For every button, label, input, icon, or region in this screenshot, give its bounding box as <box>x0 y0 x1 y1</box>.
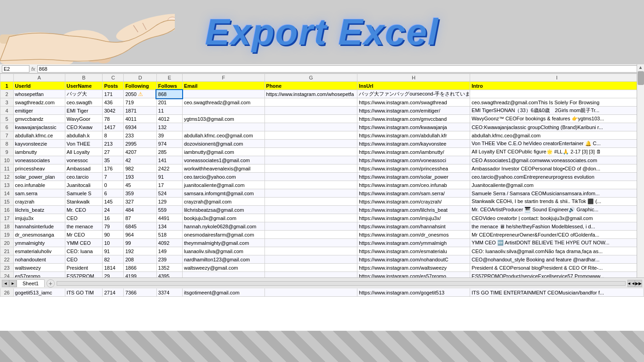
cell-insurl[interactable]: https://www.instagram.com/sam.serra/ <box>357 189 470 198</box>
cell-intro[interactable]: Juanitocaliente@gmail.com <box>470 181 644 189</box>
header-intro[interactable]: Intro <box>470 82 644 90</box>
cell-username[interactable]: abdullah.k <box>65 131 103 140</box>
cell-follows[interactable]: 132 <box>156 123 182 131</box>
cell-userid[interactable]: swagthreadz.com <box>13 98 65 107</box>
cell-email[interactable]: samsara.infomgmt@gmail.com <box>182 189 264 198</box>
cell-insurl[interactable]: https://www.instagram.com/dr_onesmos <box>357 231 470 239</box>
cell-follows[interactable]: 285 <box>156 148 182 156</box>
cell-following[interactable]: 87 <box>124 214 156 222</box>
header-posts[interactable]: Posts <box>103 82 124 90</box>
cell-email[interactable]: hannah.nykole0628@gmail.com <box>182 222 264 231</box>
cell-posts[interactable]: 35 <box>103 156 124 164</box>
sheet-tab-1[interactable]: Sheet1 <box>17 279 45 287</box>
cell-posts[interactable]: 6 <box>103 189 124 198</box>
cell-phone[interactable] <box>264 173 357 181</box>
cell-email[interactable] <box>182 123 264 131</box>
cell-phone[interactable] <box>264 123 357 131</box>
cell-username[interactable]: ceo.tarcio <box>65 173 103 181</box>
cell-userid[interactable]: voneassociates <box>13 156 65 164</box>
cell-phone[interactable] <box>264 239 357 247</box>
cell-phone[interactable] <box>264 222 357 231</box>
cell-intro[interactable]: CEO@nohandout_style Booking and feature … <box>470 255 644 264</box>
cell-phone[interactable] <box>264 98 357 107</box>
cell-userid[interactable]: ymmalmighty <box>13 239 65 247</box>
cell-posts[interactable]: 78 <box>103 115 124 123</box>
header-email[interactable]: Email <box>182 82 264 90</box>
add-sheet-button[interactable]: + <box>46 279 55 288</box>
cell-email[interactable]: ygtms103@gmail.com <box>182 115 264 123</box>
hscroll-start-button[interactable]: ▶▶ <box>635 280 642 287</box>
cell-userid[interactable]: kayvonsteezie <box>13 140 65 148</box>
cell-username[interactable]: Stankwalk <box>65 198 103 206</box>
cell-posts[interactable]: 1417 <box>103 123 124 131</box>
cell-intro[interactable]: CEO​​​ Associates1@gmail.com​www.voneass… <box>470 156 644 164</box>
formula-input[interactable] <box>37 65 642 73</box>
cell-userid[interactable]: hannahsinterlude <box>13 222 65 231</box>
cell-email[interactable]: onesmodairesfarm@gmail.com <box>182 231 264 239</box>
cell-following[interactable]: 6845 <box>124 222 156 231</box>
cell-follows[interactable]: 141 <box>156 156 182 164</box>
cell-userid[interactable]: waltsweezy <box>13 264 65 272</box>
cell-userid[interactable]: gmvccbandz <box>13 115 65 123</box>
cell-phone[interactable] <box>264 181 357 189</box>
hscroll-left-button[interactable]: ◄ <box>2 280 9 287</box>
cell-posts[interactable]: 24 <box>103 206 124 214</box>
cell-follows[interactable]: 149 <box>156 247 182 255</box>
hscroll-right-button[interactable]: ► <box>9 280 17 287</box>
col-header-b[interactable]: B <box>65 74 103 82</box>
cell-follows[interactable]: 974 <box>156 140 182 148</box>
cell-phone[interactable] <box>264 214 357 222</box>
cell-following[interactable]: 42 <box>124 156 156 164</box>
name-box[interactable] <box>2 65 29 73</box>
cell-following[interactable]: 982 <box>124 164 156 173</box>
cell-posts[interactable]: 176 <box>103 164 124 173</box>
cell-userid[interactable]: lilchris_beatz <box>13 206 65 214</box>
cell-following[interactable]: 359 <box>124 189 156 198</box>
cell-posts[interactable]: 7 <box>103 173 124 181</box>
cell-phone[interactable] <box>264 247 357 255</box>
cell-email[interactable]: iambnutty@gmail.com <box>182 148 264 156</box>
cell-insurl[interactable]: https://www.instagram.com/kayvonstee <box>357 140 470 148</box>
cell-intro[interactable]: Stankwalk CEOHi, I be startin trends & s… <box>470 198 644 206</box>
cell-follows[interactable]: 1352 <box>156 264 182 272</box>
cell-email[interactable]: bookjuju3x@gmail.com <box>182 214 264 222</box>
cell-insurl[interactable]: https://www.instagram.com/solar_power <box>357 173 470 181</box>
cell-follows[interactable]: 134 <box>156 222 182 231</box>
cell-insurl[interactable]: https://www.instagram.com/lilchris_beat <box>357 206 470 214</box>
cell-email[interactable] <box>182 107 264 115</box>
cell-insurl[interactable]: https://www.instagram.com/abdullah.kfr <box>357 131 470 140</box>
cell-following[interactable]: 484 <box>124 206 156 214</box>
cell-phone[interactable] <box>264 131 357 140</box>
cell-posts[interactable]: 0 <box>103 181 124 189</box>
cell-intro[interactable]: YMM CEO 🆕 ArtistDONT BELIEVE THE HYPE OU… <box>470 239 644 247</box>
cell-follows[interactable]: 559 <box>156 206 182 214</box>
cell-follows[interactable]: 4092 <box>156 239 182 247</box>
cell-posts[interactable]: 1814 <box>103 264 124 272</box>
cell-phone[interactable]: https://www.instagram.com/whosepetfa <box>264 90 357 98</box>
cell-email[interactable]: luanaoliv.silva@gmail.com <box>182 247 264 255</box>
cell-following[interactable]: 192 <box>124 247 156 255</box>
cell-insurl[interactable]: https://www.instagram.com/iambnutty/ <box>357 148 470 156</box>
cell-follows[interactable]: 239 <box>156 255 182 264</box>
cell-insurl[interactable]: https://www.instagram.com/waltsweezy <box>357 264 470 272</box>
vertical-scrollbar[interactable]: ▲ <box>637 64 644 288</box>
cell-email[interactable]: waltsweezy@gmail.com <box>182 264 264 272</box>
cell-intro[interactable]: WavyGoonz™ CEOFor bookings & features 👉y… <box>470 115 644 123</box>
cell-email[interactable]: abdullah.kfmc.ceo@gmail.com <box>182 131 264 140</box>
cell-posts[interactable]: 2714 <box>103 288 124 297</box>
cell-following[interactable]: 1866 <box>124 264 156 272</box>
cell-posts[interactable]: 145 <box>103 198 124 206</box>
cell-userid[interactable]: gogetit513_iamc <box>13 288 65 297</box>
cell-username[interactable]: バッグ大 <box>65 90 103 98</box>
cell-phone[interactable] <box>264 288 357 297</box>
cell-insurl[interactable]: https://www.instagram.com/esmaterialu <box>357 247 470 255</box>
cell-email[interactable]: nardhamilton123@gmail.com <box>182 255 264 264</box>
cell-username[interactable]: YMM CEO <box>65 239 103 247</box>
cell-username[interactable]: President <box>65 264 103 272</box>
cell-userid[interactable]: esmaterialuholiv <box>13 247 65 255</box>
cell-username[interactable]: Juanitocali <box>65 181 103 189</box>
cell-email[interactable]: theymmalmighty@gmail.com <box>182 239 264 247</box>
cell-insurl[interactable]: https://www.instagram.com/princesshea <box>357 164 470 173</box>
cell-username[interactable]: CEO: luana <box>65 247 103 255</box>
cell-follows[interactable]: 518 <box>156 231 182 239</box>
